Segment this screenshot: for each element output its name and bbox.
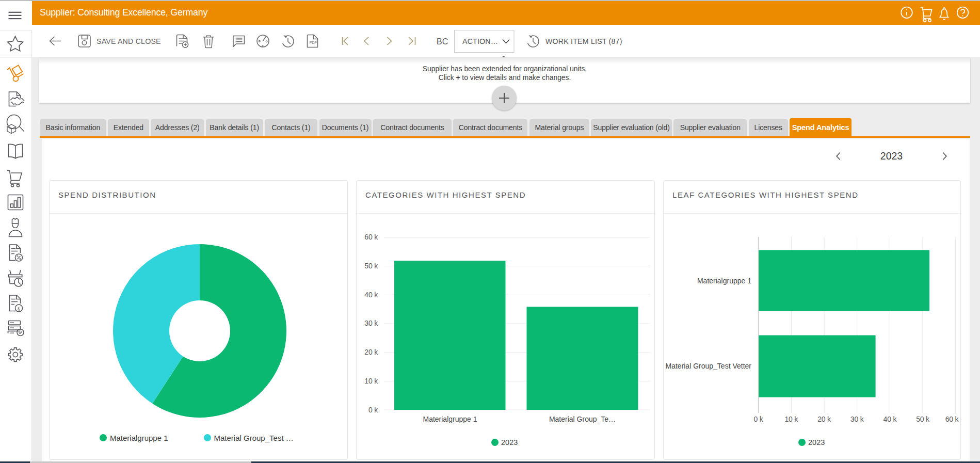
svg-text:ACTION…: ACTION… bbox=[462, 37, 498, 45]
svg-text:Material Group_Te…: Material Group_Te… bbox=[549, 415, 616, 423]
svg-text:50 k: 50 k bbox=[916, 415, 930, 423]
svg-text:§: § bbox=[18, 307, 20, 312]
svg-text:Materialgruppe 1: Materialgruppe 1 bbox=[423, 415, 477, 423]
svg-text:Materialgruppe 1: Materialgruppe 1 bbox=[697, 277, 751, 285]
svg-text:WORK ITEM LIST (87): WORK ITEM LIST (87) bbox=[545, 37, 622, 45]
svg-text:20 k: 20 k bbox=[364, 348, 378, 356]
svg-text:60 k: 60 k bbox=[945, 415, 959, 423]
svg-text:BC: BC bbox=[437, 37, 448, 45]
svg-text:10 k: 10 k bbox=[364, 377, 378, 385]
svg-text:SAVE AND CLOSE: SAVE AND CLOSE bbox=[97, 37, 161, 45]
svg-text:20 k: 20 k bbox=[817, 415, 831, 423]
svg-text:40 k: 40 k bbox=[364, 291, 378, 299]
svg-text:50 k: 50 k bbox=[364, 262, 378, 270]
svg-text:0 k: 0 k bbox=[368, 406, 378, 414]
svg-text:30 k: 30 k bbox=[364, 319, 378, 327]
svg-text:Material Group_Test Vetter: Material Group_Test Vetter bbox=[665, 362, 751, 370]
svg-text:PDF: PDF bbox=[310, 40, 317, 44]
svg-text:40 k: 40 k bbox=[883, 415, 897, 423]
svg-text:0 k: 0 k bbox=[754, 415, 764, 423]
svg-text:2023: 2023 bbox=[501, 438, 518, 446]
svg-text:10 k: 10 k bbox=[784, 415, 798, 423]
svg-text:2023: 2023 bbox=[808, 438, 825, 446]
svg-text:30 k: 30 k bbox=[850, 415, 864, 423]
svg-text:60 k: 60 k bbox=[364, 233, 378, 241]
